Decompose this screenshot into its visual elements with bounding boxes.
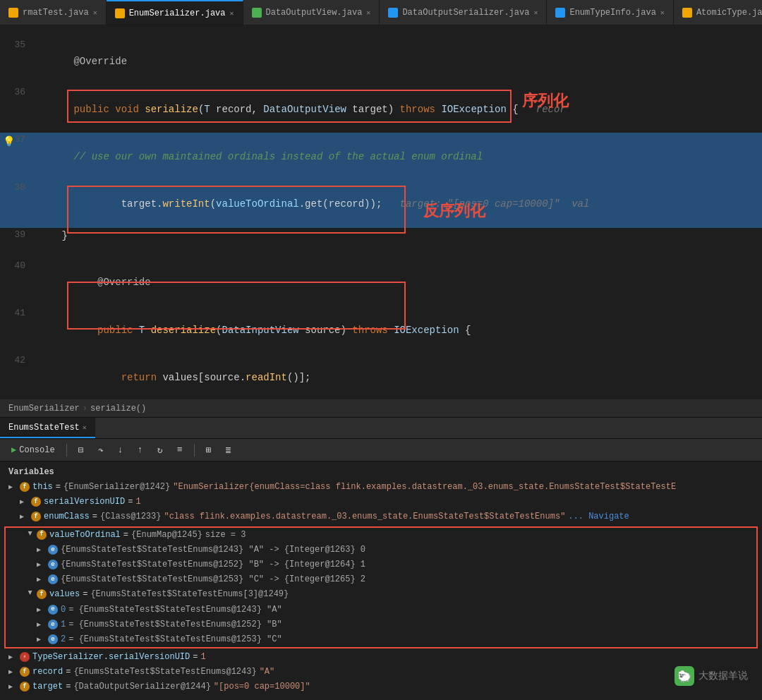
var-val-target: "[pos=0 cap=10000]" [214,680,310,694]
var-row-record[interactable]: ▶ f record = {EnumsStateTest$StateTestEn… [0,665,762,680]
code-line-41: 41 public T deserialize(DataInputView so… [0,306,762,354]
var-row-vto[interactable]: ▶ f valueToOrdinal = {EnumMap@1245} size… [6,528,756,543]
toolbar-btn-evaluate[interactable]: ≡ [171,442,188,459]
var-val-ts: 1 [200,651,205,664]
var-row-values-2[interactable]: ▶ e 2 = {EnumsStateTest$StateTestEnums@1… [6,632,756,647]
var-row-values-0[interactable]: ▶ e 0 = {EnumsStateTest$StateTestEnums@1… [6,603,756,617]
valuetoordinal-highlight: ▶ f valueToOrdinal = {EnumMap@1245} size… [4,526,758,649]
tab-icon-orange [8,8,18,18]
toolbar-btn-step-out[interactable]: ↑ [132,442,149,459]
var-row-values[interactable]: ▶ f values = {EnumsStateTest$StateTestEn… [6,587,756,602]
var-icon-record: f [20,667,30,677]
expand-arrow-v2: ▶ [37,634,45,646]
var-val-svuid: 1 [135,495,140,509]
line-39-content: } [35,228,762,243]
code-line-36: 36 public void serialize(T record, DataO… [0,85,762,133]
toolbar-btn-align[interactable]: ⊟ [73,442,90,459]
expand-arrow-vto: ▶ [24,531,35,540]
play-icon: ▶ [11,445,16,455]
breadcrumb-method: serialize() [90,404,146,414]
code-line-42: 42 return values[source.readInt()]; [0,354,762,399]
var-nav-ec[interactable]: ... Navigate [568,510,629,524]
line-38-content: target.writeInt(valueToOrdinal.get(recor… [35,181,762,228]
toolbar-btn-list[interactable]: ≣ [220,442,237,459]
var-icon-ec: f [31,512,41,521]
var-name-v0: = {EnumsStateTest$StateTestEnums@1243} "… [68,603,282,617]
tab-label-dos: DataOutputSerializer.java [402,8,529,18]
tab-icon-orange3 [682,8,692,18]
toolbar-btn-step-over[interactable]: ↷ [92,442,109,459]
var-idx-2: 2 [61,633,66,646]
var-row-vto-c[interactable]: ▶ e {EnumsStateTest$StateTestEnums@1253}… [6,572,756,587]
expand-arrow-vto-a: ▶ [37,545,45,556]
line-37-content: // use our own maintained ordinals inste… [35,133,762,180]
breadcrumb-sep: › [83,404,87,414]
toolbar-btn-run-cursor[interactable]: ↻ [152,442,169,459]
line-num-38: 38 [0,181,35,228]
var-name-v2: = {EnumsStateTest$StateTestEnums@1253} "… [68,633,282,646]
tab-close-eti[interactable]: ✕ [660,8,665,17]
console-label[interactable]: ▶ Console [6,445,61,455]
expand-arrow-record: ▶ [8,667,17,678]
tab-icon-green [252,8,262,18]
tab-close-dos[interactable]: ✕ [533,8,538,17]
toolbar-btn-table[interactable]: ⊞ [200,442,217,459]
var-icon-v0: e [48,605,58,615]
tab-dataoutputview[interactable]: DataOutputView.java ✕ [243,0,380,25]
var-row-target[interactable]: ▶ f target = {DataOutputSerializer@1244}… [0,680,762,694]
variables-section-title: Variables [0,466,762,480]
var-name-this: this [32,481,53,494]
expand-arrow-ec: ▶ [20,512,28,523]
var-row-vto-b[interactable]: ▶ e {EnumsStateTest$StateTestEnums@1252}… [6,557,756,572]
serialize-annotation-label: 序列化 [522,90,569,111]
var-row-serialversionuid[interactable]: ▶ f serialVersionUID = 1 [0,495,762,509]
line-num-40: 40 [0,259,35,306]
toolbar-separator [66,444,67,457]
var-ref-values: {EnumsStateTest$StateTestEnums[3]@1249} [90,588,289,601]
debug-tab-close[interactable]: ✕ [83,423,87,432]
var-row-values-1[interactable]: ▶ e 1 = {EnumsStateTest$StateTestEnums@1… [6,617,756,632]
tab-enumtypeinfo[interactable]: EnumTypeInfo.java ✕ [547,0,673,25]
var-row-this[interactable]: ▶ f this = {EnumSerializer@1242} "EnumSe… [0,480,762,495]
var-row-typeserializer[interactable]: ▶ ⚡ TypeSerializer.serialVersionUID = 1 [0,650,762,665]
line-num-41: 41 [0,306,35,354]
tab-close[interactable]: ✕ [93,8,97,17]
tab-atomictype[interactable]: AtomicType.java ✕ [674,0,762,25]
var-name-target: target [32,680,63,694]
var-val-this: "EnumSerializer{enumClass=class flink.ex… [173,481,676,494]
expand-arrow-vto-b: ▶ [37,560,45,571]
debug-tab-enumsstate[interactable]: EnumsStateTest ✕ [0,418,95,438]
tab-close-active[interactable]: ✕ [229,9,234,18]
toolbar-separator2 [194,444,195,457]
tab-label-active: EnumSerializer.java [129,8,226,18]
var-row-vto-a[interactable]: ▶ e {EnumsStateTest$StateTestEnums@1243}… [6,543,756,557]
var-icon-v1: e [48,620,58,629]
tab-dataoutputserializer[interactable]: DataOutputSerializer.java ✕ [380,0,547,25]
var-name-vto-a: {EnumsStateTest$StateTestEnums@1243} "A"… [61,543,365,557]
tab-close-dov[interactable]: ✕ [366,8,370,17]
var-name-ts: TypeSerializer.serialVersionUID [32,651,190,664]
line-num-37: 37 💡 [0,133,35,180]
var-icon-ts: ⚡ [20,652,30,662]
expand-arrow-values: ▶ [24,591,35,599]
tab-enumserializer[interactable]: EnumSerializer.java ✕ [107,0,243,25]
code-line-37: 37 💡 // use our own maintained ordinals … [0,133,762,180]
code-line-40: 40 @Override [0,259,762,306]
tab-icon-blue [388,8,398,18]
var-idx-1: 1 [61,618,66,632]
tab-rmattest[interactable]: rmatTest.java ✕ [0,0,107,25]
toolbar-btn-step-into[interactable]: ↓ [112,442,129,459]
expand-arrow-this: ▶ [8,482,17,493]
var-val-ec: "class flink.examples.datastream._03.enu… [164,510,565,524]
tab-bar: rmatTest.java ✕ EnumSerializer.java ✕ Da… [0,0,762,25]
line-num-42: 42 [0,354,35,399]
var-name-vto-c: {EnumsStateTest$StateTestEnums@1253} "C"… [61,573,365,586]
line-num-35: 35 [0,38,35,85]
tab-label-dov: DataOutputView.java [266,8,363,18]
var-ref-this: {EnumSerializer@1242} [64,481,170,494]
var-name-v1: = {EnumsStateTest$StateTestEnums@1252} "… [68,618,282,632]
var-row-enumclass[interactable]: ▶ f enumClass = {Class@1233} "class flin… [0,509,762,524]
var-idx-0: 0 [61,603,66,617]
var-name-ec: enumClass [44,510,90,524]
tab-label-eti: EnumTypeInfo.java [569,8,655,18]
